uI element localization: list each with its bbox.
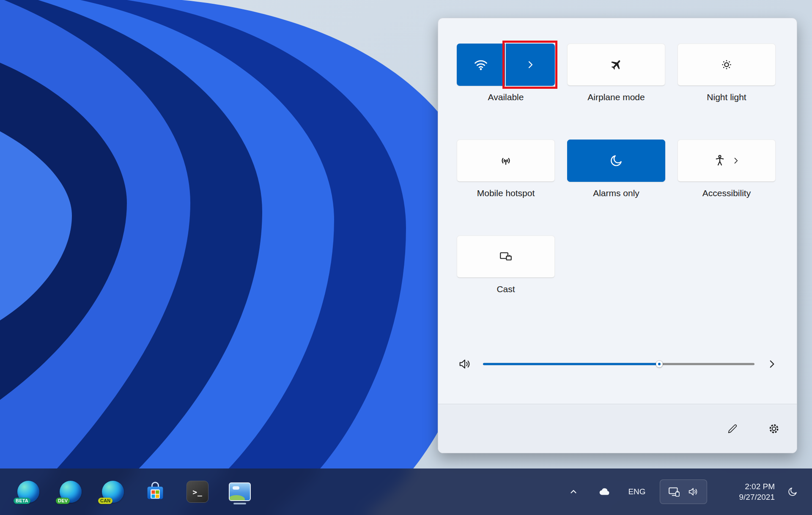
wifi-expand-button[interactable] [506, 44, 555, 86]
tile-label-night-light: Night light [678, 92, 776, 102]
volume-slider-fill [483, 363, 659, 365]
microsoft-store-icon [144, 481, 166, 503]
taskbar-system-tray: ENG [565, 468, 812, 515]
app-window-cloud-detail [233, 486, 239, 490]
clock[interactable]: 2:02 PM 9/27/2021 [719, 481, 775, 502]
taskbar-app-terminal[interactable]: >_ [186, 479, 209, 504]
cast-button[interactable] [457, 236, 555, 278]
tile-label-alarms-only: Alarms only [567, 188, 665, 198]
app-window-icon [229, 482, 251, 501]
language-label: ENG [628, 487, 645, 496]
clock-date: 9/27/2021 [719, 492, 775, 502]
tile-label-airplane-mode: Airplane mode [567, 92, 665, 102]
edit-quick-settings-button[interactable] [723, 419, 742, 438]
tile-night-light: Night light [678, 44, 776, 102]
taskbar-app-edge-beta[interactable]: BETA [17, 479, 40, 504]
tile-label-mobile-hotspot: Mobile hotspot [457, 188, 555, 198]
tile-label-cast: Cast [457, 284, 555, 294]
chevron-right-icon [732, 156, 740, 165]
mobile-hotspot-button[interactable] [457, 140, 555, 182]
taskbar-app-open-window[interactable] [228, 479, 251, 504]
accessibility-button[interactable] [678, 140, 776, 182]
wifi-icon [473, 57, 488, 72]
chevron-up-icon [568, 487, 579, 497]
airplane-mode-button[interactable] [567, 44, 665, 86]
airplane-icon [609, 58, 623, 72]
taskbar: BETA DEV CAN [0, 468, 812, 515]
tile-wifi: Available [457, 44, 555, 102]
open-app-indicator [233, 503, 246, 504]
quick-settings-tray-button[interactable] [660, 479, 707, 504]
edge-beta-badge: BETA [14, 498, 30, 504]
quick-settings-panel: Available Airplane mode [438, 18, 797, 453]
night-light-icon [719, 58, 734, 72]
edge-canary-badge: CAN [98, 498, 112, 504]
terminal-icon: >_ [187, 481, 208, 503]
tile-alarms-only: Alarms only [567, 140, 665, 198]
night-light-button[interactable] [678, 44, 776, 86]
accessibility-icon [713, 154, 727, 167]
wifi-button[interactable] [457, 44, 555, 86]
tile-cast: Cast [457, 236, 555, 294]
gear-icon [767, 422, 781, 436]
volume-expand-chevron-icon[interactable] [765, 359, 779, 370]
wifi-toggle[interactable] [457, 44, 505, 86]
terminal-glyph: >_ [192, 488, 203, 496]
taskbar-app-edge-canary[interactable]: CAN [102, 479, 124, 504]
volume-row [457, 352, 779, 376]
clock-time: 2:02 PM [719, 481, 775, 492]
focus-assist-button[interactable] [783, 482, 802, 501]
taskbar-app-icons: BETA DEV CAN [0, 479, 251, 504]
alarms-only-button[interactable] [567, 140, 665, 182]
tile-accessibility: Accessibility [678, 140, 776, 198]
pencil-icon [727, 423, 738, 435]
tile-label-accessibility: Accessibility [678, 188, 776, 198]
language-switcher-button[interactable]: ENG [625, 483, 649, 500]
speaker-icon [687, 486, 699, 498]
ethernet-icon [668, 485, 680, 498]
speaker-icon[interactable] [457, 357, 473, 371]
quick-settings-footer [438, 404, 797, 453]
moon-icon [609, 153, 623, 168]
cast-icon [499, 249, 513, 264]
weather-widget-button[interactable] [596, 483, 613, 500]
taskbar-app-microsoft-store[interactable] [144, 479, 167, 504]
show-hidden-icons-button[interactable] [565, 483, 582, 500]
tile-label-wifi: Available [457, 92, 555, 102]
desktop: Available Airplane mode [0, 0, 812, 515]
quick-settings-grid: Available Airplane mode [457, 44, 776, 294]
settings-button[interactable] [765, 419, 783, 438]
volume-slider[interactable] [483, 358, 754, 370]
app-window-hill-detail [229, 495, 245, 501]
mobile-hotspot-icon [499, 153, 513, 168]
volume-slider-thumb[interactable] [656, 361, 663, 367]
cloud-icon [598, 485, 611, 498]
edge-dev-badge: DEV [56, 498, 70, 504]
tile-airplane-mode: Airplane mode [567, 44, 665, 102]
moon-icon [787, 486, 798, 497]
tile-mobile-hotspot: Mobile hotspot [457, 140, 555, 198]
taskbar-app-edge-dev[interactable]: DEV [59, 479, 82, 504]
chevron-right-icon [525, 60, 535, 70]
